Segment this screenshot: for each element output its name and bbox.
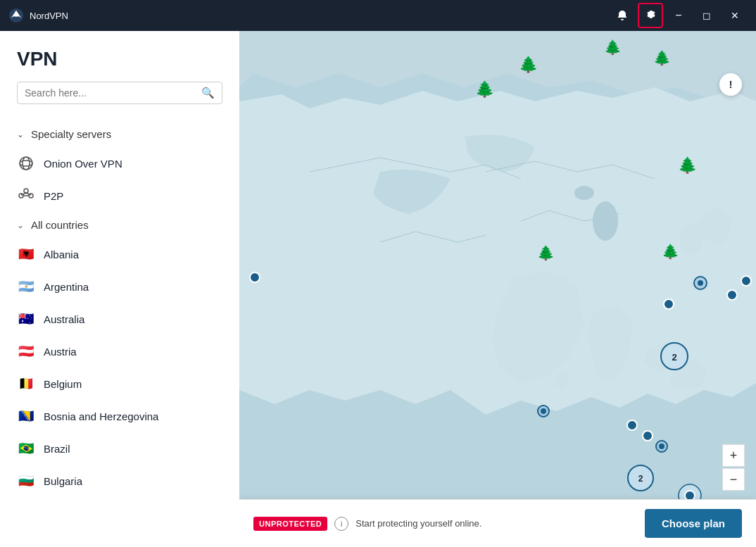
onion-vpn-item[interactable]: Onion Over VPN	[0, 147, 239, 180]
close-button[interactable]: ✕	[722, 3, 748, 28]
all-countries-header[interactable]: ⌄ All countries	[0, 212, 239, 238]
brazil-label: Brazil	[44, 443, 70, 455]
svg-point-3	[20, 161, 32, 166]
flag-bulgaria: 🇧🇬	[17, 472, 35, 490]
sidebar: VPN 🔍 ⌄ Specialty servers	[0, 31, 239, 547]
tree-2: 🌲	[604, 39, 622, 56]
p2p-icon	[17, 187, 35, 205]
country-albania[interactable]: 🇦🇱 Albania	[0, 238, 239, 270]
marker-3	[741, 276, 751, 286]
svg-point-14	[659, 444, 664, 449]
onion-vpn-label: Onion Over VPN	[44, 158, 122, 170]
notifications-button[interactable]	[610, 3, 635, 28]
titlebar: NordVPN − ◻ ✕	[0, 0, 756, 31]
albania-label: Albania	[44, 249, 79, 260]
marker-ring-1-dot	[698, 280, 703, 286]
svg-point-13	[541, 408, 546, 414]
info-button[interactable]: !	[719, 73, 742, 96]
australia-label: Australia	[44, 313, 84, 325]
app-title: NordVPN	[30, 11, 68, 21]
minimize-button[interactable]: −	[666, 3, 691, 28]
zoom-in-button[interactable]: +	[722, 444, 745, 467]
svg-point-6	[24, 189, 28, 193]
specialty-servers-label: Specialty servers	[31, 128, 111, 140]
country-bulgaria[interactable]: 🇧🇬 Bulgaria	[0, 465, 239, 497]
tree-6: 🌲	[537, 244, 555, 261]
nordvpn-logo	[8, 8, 24, 23]
maximize-button[interactable]: ◻	[694, 3, 719, 28]
sidebar-title: VPN	[17, 48, 222, 70]
svg-text:2: 2	[638, 474, 643, 484]
bulgaria-label: Bulgaria	[44, 475, 82, 487]
country-argentina[interactable]: 🇦🇷 Argentina	[0, 270, 239, 303]
zoom-out-button[interactable]: −	[722, 468, 745, 491]
tree-1: 🌲	[519, 55, 538, 74]
sidebar-header: VPN 🔍	[0, 31, 239, 115]
choose-plan-button[interactable]: Choose plan	[645, 509, 742, 538]
all-countries-label: All countries	[31, 219, 89, 231]
status-bar: UNPROTECTED i Start protecting yourself …	[239, 499, 756, 547]
unprotected-badge: UNPROTECTED	[253, 517, 327, 531]
flag-australia: 🇦🇺	[17, 310, 35, 328]
tree-3: 🌲	[653, 49, 671, 66]
status-left: UNPROTECTED i Start protecting yourself …	[253, 517, 481, 531]
p2p-label: P2P	[44, 190, 63, 202]
bosnia-label: Bosnia and Herzegovina	[44, 410, 158, 422]
settings-button[interactable]	[638, 3, 663, 28]
titlebar-controls: − ◻ ✕	[610, 3, 748, 28]
titlebar-left: NordVPN	[8, 8, 68, 23]
country-belgium[interactable]: 🇧🇪 Belgium	[0, 367, 239, 400]
flag-albania: 🇦🇱	[17, 245, 35, 263]
tree-5: 🌲	[678, 156, 698, 175]
flag-austria: 🇦🇹	[17, 342, 35, 360]
argentina-label: Argentina	[44, 281, 89, 293]
zoom-controls: + −	[722, 444, 745, 491]
world-map: 🌲 🌲 🌲 🌲 🌲 🌲 🌲 2	[239, 31, 756, 547]
austria-label: Austria	[44, 346, 77, 358]
search-box: 🔍	[17, 82, 222, 104]
specialty-servers-header[interactable]: ⌄ Specialty servers	[0, 121, 239, 147]
onion-icon	[17, 154, 35, 172]
flag-bosnia: 🇧🇦	[17, 407, 35, 425]
marker-1	[664, 299, 674, 309]
p2p-item[interactable]: P2P	[0, 180, 239, 212]
chevron-down-icon-countries: ⌄	[17, 220, 24, 230]
country-brazil[interactable]: 🇧🇷 Brazil	[0, 432, 239, 465]
marker-2	[727, 290, 737, 300]
country-australia[interactable]: 🇦🇺 Australia	[0, 303, 239, 335]
marker-sea-1	[627, 420, 637, 430]
flag-brazil: 🇧🇷	[17, 439, 35, 458]
country-austria[interactable]: 🇦🇹 Austria	[0, 335, 239, 367]
svg-point-2	[23, 157, 30, 170]
flag-belgium: 🇧🇪	[17, 375, 35, 393]
search-icon[interactable]: 🔍	[201, 87, 215, 99]
tree-7: 🌲	[662, 243, 679, 260]
chevron-down-icon: ⌄	[17, 130, 24, 139]
belgium-label: Belgium	[44, 378, 82, 390]
svg-point-11	[593, 201, 618, 241]
status-message: Start protecting yourself online.	[355, 518, 481, 529]
status-info-icon[interactable]: i	[334, 517, 348, 531]
svg-point-1	[20, 157, 32, 170]
app-body: VPN 🔍 ⌄ Specialty servers	[0, 31, 756, 547]
svg-point-12	[574, 186, 594, 200]
search-input[interactable]	[25, 87, 196, 99]
country-bosnia[interactable]: 🇧🇦 Bosnia and Herzegovina	[0, 400, 239, 432]
svg-text:2: 2	[672, 352, 676, 363]
map-area[interactable]: 🌲 🌲 🌲 🌲 🌲 🌲 🌲 2	[239, 31, 756, 547]
marker-west	[250, 272, 260, 282]
tree-4: 🌲	[475, 80, 495, 99]
sidebar-list: ⌄ Specialty servers Onion Over VPN	[0, 115, 239, 547]
marker-sea-2	[643, 431, 653, 441]
flag-argentina: 🇦🇷	[17, 277, 35, 296]
